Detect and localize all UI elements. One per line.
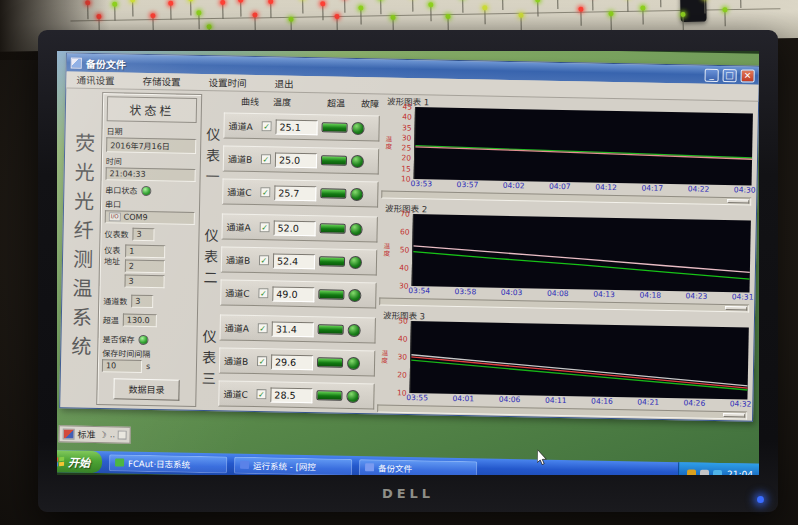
tray-clock: 21:04 (727, 469, 753, 475)
scrollbar-thumb[interactable] (723, 413, 745, 417)
schematic-line (592, 0, 593, 10)
schematic-line (380, 0, 381, 14)
panel-indicator-led (428, 2, 433, 7)
address-label: 仪表 地址 (104, 244, 120, 266)
series-line-channel-pink (415, 147, 752, 159)
ime-language-bar[interactable]: 标准 ☽ ‥ (58, 425, 131, 443)
minimize-button[interactable]: _ (705, 68, 719, 81)
close-button[interactable]: ✕ (741, 69, 755, 82)
schematic-line (580, 11, 581, 26)
address-field-1[interactable]: 1 (125, 245, 165, 259)
ime-mode-label: 标准 (78, 428, 96, 441)
save-enabled-label: 是否保存 (102, 333, 134, 345)
ime-punct-icon[interactable]: ‥ (110, 430, 116, 439)
panel-indicator-led (482, 5, 487, 10)
instrument-group-3: 仪表三通道A✓31.4通道B✓29.6通道C✓28.5 (196, 311, 376, 412)
scrollbar-thumb[interactable] (725, 306, 747, 310)
schematic-line (360, 10, 361, 25)
scrollbar-thumb[interactable] (727, 199, 749, 203)
schematic-line (537, 1, 538, 16)
curve-checkbox[interactable]: ✓ (261, 154, 271, 164)
plot-area (412, 214, 751, 292)
y-tick-label: 70 (400, 209, 410, 218)
temperature-value: 52.4 (273, 253, 315, 269)
fault-led (347, 356, 360, 369)
display-tray-icon[interactable] (687, 469, 696, 475)
save-interval-field[interactable]: 10 (102, 359, 142, 373)
ime-icon (63, 428, 75, 439)
curve-checkbox[interactable]: ✓ (256, 389, 266, 399)
waveform-chart-3: 波形图表 3温度504030201003:5504:0104:0604:1104… (377, 308, 752, 419)
curve-checkbox[interactable]: ✓ (259, 255, 269, 265)
panel-indicator-led (722, 7, 727, 12)
channel-label: 通道A (228, 119, 257, 133)
x-tick-label: 04:07 (549, 182, 571, 191)
taskbar-button-1[interactable]: FCAut·日志系统 (109, 454, 227, 473)
schematic-line (502, 0, 503, 10)
mouse-cursor (537, 450, 548, 466)
schematic-line (344, 0, 345, 13)
menu-item-4[interactable]: 退出 (274, 76, 293, 90)
network-tray-icon[interactable] (713, 469, 722, 475)
serial-port-select[interactable]: I/O COM9 (105, 210, 195, 225)
maximize-button[interactable]: □ (723, 69, 737, 82)
panel-indicator-led (518, 13, 523, 18)
moon-icon[interactable]: ☽ (99, 430, 107, 440)
curve-checkbox[interactable]: ✓ (258, 323, 268, 333)
y-tick-label: 40 (398, 334, 408, 343)
channel-row: 通道A✓31.4 (219, 314, 375, 343)
curve-checkbox[interactable]: ✓ (257, 356, 267, 366)
start-button[interactable]: 开始 (57, 450, 102, 473)
dell-logo: DELL (382, 486, 434, 501)
desktop-wallpaper: 备份文件 _ □ ✕ 通讯设置存储设置设置时间退出 荧光光纤测温系统 状态栏 (57, 51, 759, 475)
camera-device (680, 0, 707, 22)
menu-item-2[interactable]: 存储设置 (142, 74, 180, 89)
channel-count-field[interactable]: 3 (131, 295, 153, 308)
curve-checkbox[interactable]: ✓ (260, 222, 270, 232)
x-tick-label: 04:22 (688, 184, 710, 193)
temperature-value: 25.1 (275, 119, 317, 135)
channel-row: 通道B✓52.4 (221, 246, 377, 275)
channel-row: 通道A✓52.0 (221, 213, 377, 242)
save-interval-unit: s (146, 362, 150, 371)
panel-indicator-led (608, 11, 613, 16)
address-field-3[interactable]: 3 (124, 275, 164, 289)
y-tick-label: 30 (402, 133, 412, 142)
curve-checkbox[interactable]: ✓ (262, 121, 272, 131)
y-tick-label: 50 (400, 245, 410, 254)
x-tick-label: 04:17 (641, 183, 663, 192)
y-axis: 4540353025201510 (393, 107, 415, 179)
taskbar-button-2[interactable]: 运行系统 - [网控 (234, 456, 352, 475)
panel-indicator-led (130, 0, 135, 3)
instrument-group-1: 仪表一通道A✓25.1通道B✓25.0通道C✓25.7 (200, 109, 380, 210)
app-icon (71, 57, 82, 68)
y-tick-label: 50 (398, 316, 408, 325)
instrument-count-field[interactable]: 3 (132, 228, 154, 241)
schematic-line (660, 0, 661, 7)
schematic-line (170, 5, 171, 20)
buzzer-off-button[interactable]: 关蜂鸣器 (113, 405, 179, 407)
x-tick-label: 04:11 (545, 396, 567, 405)
curve-checkbox[interactable]: ✓ (258, 288, 268, 298)
overtemp-field[interactable]: 130.0 (123, 314, 157, 328)
fault-led (351, 121, 364, 134)
x-tick-label: 04:08 (547, 289, 569, 298)
curve-checkbox[interactable]: ✓ (260, 187, 270, 197)
panel-indicator-led (358, 5, 363, 10)
address-field-2[interactable]: 2 (125, 260, 165, 274)
ime-tray-icon[interactable] (700, 469, 709, 475)
x-tick-label: 04:16 (591, 397, 613, 406)
schematic-line (557, 0, 558, 9)
taskbar-button-3[interactable]: 备份文件 (359, 459, 477, 475)
schematic-line (190, 0, 191, 15)
menu-item-1[interactable]: 通讯设置 (76, 73, 114, 88)
menu-item-3[interactable]: 设置时间 (208, 75, 246, 90)
panel-indicator-led (188, 0, 193, 2)
panel-indicator-led (288, 17, 293, 22)
visa-io-icon: I/O (109, 212, 121, 221)
ime-minimize-icon[interactable] (118, 430, 127, 439)
schematic-line (704, 0, 705, 14)
channel-row: 通道C✓49.0 (220, 279, 376, 308)
instrument-name: 仪表一 (200, 109, 224, 207)
data-directory-button[interactable]: 数据目录 (113, 378, 179, 400)
